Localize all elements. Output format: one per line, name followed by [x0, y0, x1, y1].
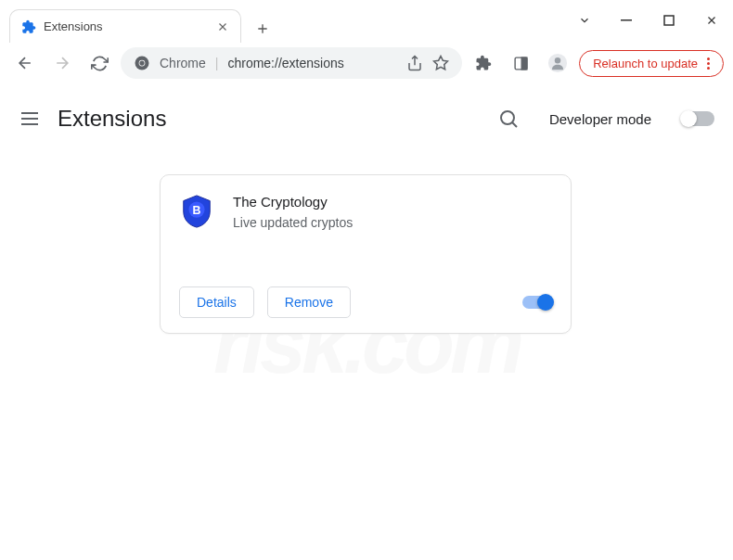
- svg-rect-6: [521, 57, 527, 70]
- remove-button[interactable]: Remove: [267, 286, 351, 318]
- tab-title: Extensions: [44, 19, 209, 33]
- address-bar[interactable]: Chrome | chrome://extensions: [121, 47, 462, 79]
- close-icon: [705, 14, 718, 27]
- svg-point-9: [501, 111, 514, 124]
- extensions-button[interactable]: [468, 47, 499, 79]
- close-window-button[interactable]: [690, 0, 733, 41]
- plus-icon: [255, 21, 270, 36]
- details-button[interactable]: Details: [179, 286, 254, 318]
- search-button[interactable]: [497, 108, 520, 130]
- extension-enable-toggle[interactable]: [522, 296, 552, 309]
- profile-button[interactable]: [542, 47, 573, 79]
- share-icon[interactable]: [406, 55, 423, 71]
- omnibox-url: chrome://extensions: [227, 56, 397, 70]
- chrome-logo-icon: [134, 55, 150, 71]
- developer-mode-label: Developer mode: [549, 111, 651, 127]
- maximize-button[interactable]: [648, 0, 690, 41]
- relaunch-label: Relaunch to update: [593, 57, 698, 70]
- reload-icon: [91, 55, 109, 72]
- relaunch-button[interactable]: Relaunch to update: [579, 50, 724, 77]
- arrow-right-icon: [53, 54, 71, 72]
- back-button[interactable]: [9, 47, 41, 79]
- extension-card: B The Cryptology Live updated cryptos De…: [160, 174, 572, 334]
- minimize-button[interactable]: [605, 0, 648, 41]
- puzzle-icon: [475, 55, 492, 71]
- chevron-down-icon: [578, 14, 591, 27]
- svg-point-4: [139, 60, 144, 65]
- page-title: Extensions: [58, 106, 166, 132]
- svg-rect-0: [621, 19, 632, 21]
- window-titlebar: Extensions: [0, 0, 733, 43]
- svg-point-8: [555, 57, 560, 63]
- arrow-left-icon: [16, 54, 34, 72]
- reload-button[interactable]: [84, 47, 115, 79]
- extensions-content: B The Cryptology Live updated cryptos De…: [0, 146, 733, 334]
- browser-tab[interactable]: Extensions: [9, 9, 241, 43]
- svg-rect-1: [664, 16, 674, 25]
- new-tab-button[interactable]: [249, 15, 276, 43]
- sidepanel-icon: [513, 56, 529, 71]
- tab-dropdown-button[interactable]: [564, 0, 605, 41]
- menu-dots-icon: [707, 57, 710, 70]
- page-header: Extensions Developer mode: [0, 91, 733, 146]
- browser-toolbar: Chrome | chrome://extensions Relaunch to…: [0, 43, 733, 83]
- menu-button[interactable]: [19, 108, 41, 130]
- minimize-icon: [621, 15, 632, 26]
- profile-icon: [547, 53, 568, 73]
- maximize-icon: [663, 15, 675, 26]
- omnibox-scheme: Chrome: [160, 56, 206, 70]
- window-controls: [564, 0, 733, 41]
- extension-shield-icon: B: [179, 194, 214, 229]
- close-tab-icon[interactable]: [216, 20, 229, 33]
- extension-description: Live updated cryptos: [233, 215, 552, 230]
- developer-mode-toggle[interactable]: [681, 111, 714, 126]
- bookmark-star-icon[interactable]: [432, 55, 449, 71]
- puzzle-icon: [21, 19, 36, 34]
- svg-text:B: B: [193, 204, 201, 217]
- sidepanel-button[interactable]: [505, 47, 536, 79]
- extension-name: The Cryptology: [233, 194, 552, 210]
- omnibox-separator: |: [215, 56, 219, 70]
- forward-button[interactable]: [46, 47, 78, 79]
